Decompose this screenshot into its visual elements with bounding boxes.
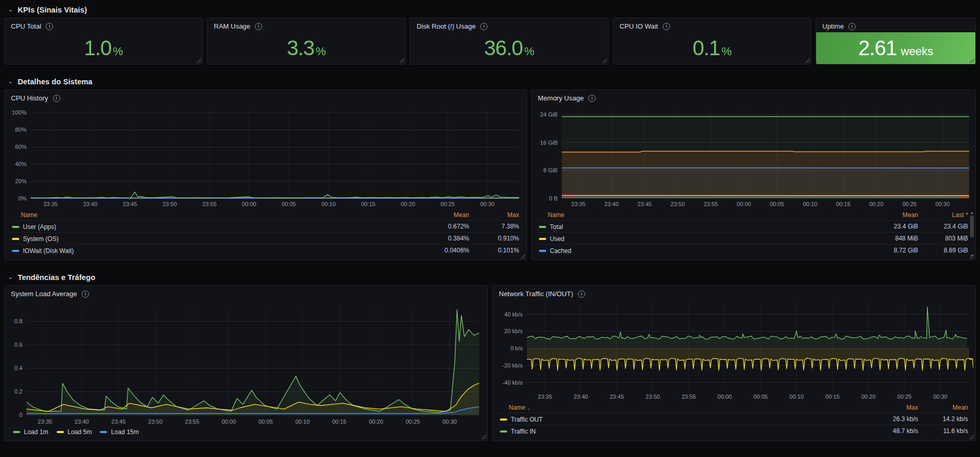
scrollbar-thumb[interactable]	[970, 215, 974, 237]
svg-text:23:35: 23:35	[571, 201, 586, 207]
svg-text:20%: 20%	[15, 178, 27, 184]
svg-text:00:25: 00:25	[897, 393, 912, 400]
svg-text:23:35: 23:35	[43, 201, 58, 207]
chart-canvas[interactable]: 23:3523:4023:4523:5023:5500:0000:0500:10…	[534, 104, 973, 210]
legend-header-row: NameMeanLast *	[537, 210, 970, 221]
panel-header: RAM Usage i	[208, 18, 405, 32]
svg-text:00:30: 00:30	[480, 201, 495, 207]
legend-header-mean[interactable]: Mean	[421, 210, 471, 221]
svg-text:00:00: 00:00	[737, 201, 751, 207]
legend-header-name[interactable]: Name⌄	[498, 402, 870, 413]
svg-text:23:45: 23:45	[123, 201, 137, 207]
panel-title: Memory Usage	[538, 94, 584, 102]
svg-text:00:00: 00:00	[222, 418, 236, 425]
legend-value: 7.38%	[471, 221, 521, 233]
svg-text:23:55: 23:55	[202, 201, 217, 207]
series-lines	[31, 192, 519, 198]
series-swatch	[12, 238, 19, 240]
legend-value: 848 MiB	[870, 233, 920, 245]
stat-value: 1.0	[84, 36, 111, 60]
svg-text:00:05: 00:05	[281, 201, 296, 207]
svg-text:0 B: 0 B	[549, 195, 558, 201]
info-icon[interactable]: i	[578, 290, 585, 298]
series-line-Traffic IN	[527, 307, 967, 339]
legend-value: 803 MiB	[920, 233, 970, 245]
series-label: IOWait (Disk Wait)	[23, 247, 74, 255]
chevron-down-icon: ⌄	[7, 6, 14, 13]
svg-text:0.2: 0.2	[15, 388, 22, 395]
svg-text:23:40: 23:40	[574, 393, 588, 400]
legend-header-name[interactable]: Name	[537, 210, 870, 221]
info-icon[interactable]: i	[53, 95, 60, 102]
svg-text:100%: 100%	[12, 109, 27, 116]
legend-header-mean[interactable]: Mean	[920, 402, 970, 413]
info-icon[interactable]: i	[480, 23, 487, 30]
svg-text:60%: 60%	[15, 144, 27, 150]
legend-row-User (Apps)[interactable]: User (Apps)0.672%7.38%	[10, 221, 521, 233]
legend-scrollbar[interactable]: ▲▼	[970, 211, 974, 258]
legend-header-name[interactable]: Name	[10, 210, 421, 221]
panel-title: System Load Average	[11, 290, 77, 298]
svg-text:23:45: 23:45	[111, 418, 126, 425]
legend-item-Load 5m[interactable]: Load 5m	[57, 428, 92, 436]
sort-caret-icon: ⌄	[527, 406, 531, 411]
legend-item-Load 1m[interactable]: Load 1m	[13, 428, 48, 436]
series-swatch	[12, 226, 19, 228]
legend-header-max[interactable]: Max	[870, 402, 920, 413]
dashboard: ⌄ KPIs (Sinais Vitais) CPU Total i 1.0% …	[0, 0, 980, 441]
section-title: Detalhes do Sistema	[18, 78, 93, 86]
legend-value: 0.101%	[471, 245, 521, 257]
info-icon[interactable]: i	[46, 23, 53, 30]
legend-value: 0.384%	[421, 233, 471, 245]
svg-text:23:35: 23:35	[38, 418, 53, 425]
stat-value: 2.61	[858, 36, 897, 60]
chart-area[interactable]: 23:3523:4023:4523:5023:5500:0000:0500:10…	[7, 104, 524, 210]
section-header-details[interactable]: ⌄ Detalhes do Sistema	[4, 74, 976, 90]
legend-row-Used[interactable]: Used848 MiB803 MiB	[537, 233, 970, 245]
svg-text:23:50: 23:50	[148, 418, 163, 425]
chart-area[interactable]: 23:3523:4023:4523:5023:5500:0000:0500:10…	[7, 300, 485, 427]
chart-canvas[interactable]: 23:3523:4023:4523:5023:5500:0000:0500:10…	[7, 300, 485, 427]
info-icon[interactable]: i	[663, 23, 670, 30]
chart-area[interactable]: 23:3523:4023:4523:5023:5500:0000:0500:10…	[495, 300, 973, 402]
svg-text:23:50: 23:50	[670, 201, 685, 207]
svg-text:23:45: 23:45	[610, 393, 624, 400]
legend-table: NameMeanMaxUser (Apps)0.672%7.38%System …	[10, 210, 521, 256]
legend-row-System (OS)[interactable]: System (OS)0.384%0.910%	[10, 233, 521, 245]
svg-text:00:05: 00:05	[753, 393, 768, 400]
series-label: System (OS)	[23, 235, 59, 243]
info-icon[interactable]: i	[82, 290, 89, 298]
legend-row-Traffic OUT[interactable]: Traffic OUT26.3 kb/s14.2 kb/s	[498, 413, 970, 425]
chart-canvas[interactable]: 23:3523:4023:4523:5023:5500:0000:0500:10…	[7, 104, 524, 210]
legend-item-Load 15m[interactable]: Load 15m	[100, 428, 138, 436]
legend-value: 11.6 kb/s	[920, 425, 970, 437]
section-header-trends[interactable]: ⌄ Tendências e Tráfego	[4, 270, 976, 285]
panel-title: Network Traffic (IN/OUT)	[499, 290, 573, 298]
info-icon[interactable]: i	[255, 23, 262, 30]
info-icon[interactable]: i	[588, 95, 596, 102]
scrollbar-track[interactable]	[970, 214, 974, 254]
series-swatch	[539, 226, 546, 228]
legend-row-Cached[interactable]: Cached8.72 GiB8.69 GiB	[537, 245, 970, 257]
legend-value: 23.4 GiB	[870, 221, 920, 233]
legend-row-Total[interactable]: Total23.4 GiB23.4 GiB	[537, 221, 970, 233]
chart-area[interactable]: 23:3523:4023:4523:5023:5500:0000:0500:10…	[534, 104, 973, 210]
panel-ram-usage: RAM Usage i 3.3%	[207, 18, 406, 65]
gridlines	[31, 108, 519, 198]
info-icon[interactable]: i	[848, 23, 856, 30]
panel-title: RAM Usage	[214, 22, 250, 30]
svg-text:23:45: 23:45	[637, 201, 652, 207]
legend-header-mean[interactable]: Mean	[870, 210, 920, 221]
svg-text:00:10: 00:10	[803, 201, 818, 207]
chart-legend: NameMeanMaxUser (Apps)0.672%7.38%System …	[5, 210, 526, 260]
kpi-row: CPU Total i 1.0% RAM Usage i 3.3% Disk R…	[4, 18, 976, 65]
scroll-up-icon[interactable]: ▲	[970, 211, 974, 214]
svg-text:16 GiB: 16 GiB	[540, 139, 558, 146]
legend-row-Traffic IN[interactable]: Traffic IN48.7 kb/s11.6 kb/s	[498, 425, 970, 437]
panel-header: CPU IO Wait i	[613, 18, 811, 32]
legend-header-max[interactable]: Max	[471, 210, 521, 221]
section-header-kpis[interactable]: ⌄ KPIs (Sinais Vitais)	[4, 2, 976, 18]
legend-row-IOWait (Disk Wait)[interactable]: IOWait (Disk Wait)0.0406%0.101%	[10, 245, 521, 257]
legend-header-last[interactable]: Last *	[920, 210, 970, 221]
chart-canvas[interactable]: 23:3523:4023:4523:5023:5500:0000:0500:10…	[495, 300, 973, 402]
